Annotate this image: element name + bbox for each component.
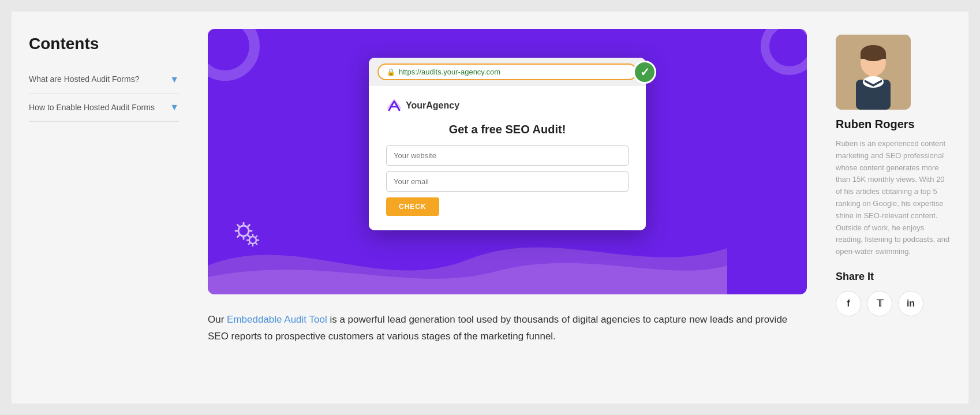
page-wrapper: Contents What are Hosted Audit Forms? ▼ … bbox=[12, 12, 968, 403]
decorative-circle-right bbox=[761, 29, 807, 75]
twitter-icon: 𝕋 bbox=[877, 298, 883, 309]
left-sidebar: Contents What are Hosted Audit Forms? ▼ … bbox=[23, 29, 190, 386]
agency-logo: YourAgency bbox=[386, 98, 629, 114]
facebook-icon: f bbox=[847, 298, 850, 309]
sidebar-item-2[interactable]: How to Enable Hosted Audit Forms ▼ bbox=[29, 94, 179, 122]
browser-content: YourAgency Get a free SEO Audit! CHECK bbox=[369, 86, 646, 230]
share-linkedin-button[interactable]: in bbox=[898, 291, 923, 316]
svg-point-0 bbox=[238, 226, 249, 236]
checkmark-icon: ✓ bbox=[633, 61, 656, 84]
check-button[interactable]: CHECK bbox=[386, 197, 439, 216]
right-sidebar: Ruben Rogers Ruben is an experienced con… bbox=[824, 29, 957, 386]
share-buttons: f 𝕋 in bbox=[836, 291, 951, 316]
svg-rect-5 bbox=[861, 53, 886, 59]
author-avatar-image bbox=[836, 35, 911, 110]
wave-decoration bbox=[208, 219, 727, 294]
sidebar-title: Contents bbox=[29, 35, 179, 53]
body-paragraph: Our Embeddable Audit Tool is a powerful … bbox=[208, 312, 807, 345]
website-input[interactable] bbox=[386, 145, 629, 166]
sidebar-item-1-arrow: ▼ bbox=[170, 74, 179, 85]
sidebar-item-2-arrow: ▼ bbox=[170, 102, 179, 113]
browser-frame: 🔒 https://audits.your-agency.com ✓ YourA… bbox=[369, 58, 646, 230]
author-bio: Ruben is an experienced content marketin… bbox=[836, 138, 951, 258]
linkedin-icon: in bbox=[907, 298, 915, 309]
embeddable-audit-tool-link[interactable]: Embeddable Audit Tool bbox=[227, 314, 327, 325]
hero-banner: 🔒 https://audits.your-agency.com ✓ YourA… bbox=[208, 29, 807, 294]
email-input[interactable] bbox=[386, 171, 629, 192]
author-avatar bbox=[836, 35, 911, 110]
sidebar-item-1-label: What are Hosted Audit Forms? bbox=[29, 74, 165, 85]
browser-address-bar: 🔒 https://audits.your-agency.com ✓ bbox=[369, 58, 646, 86]
agency-name: YourAgency bbox=[406, 100, 459, 111]
share-twitter-button[interactable]: 𝕋 bbox=[867, 291, 892, 316]
gear-icon bbox=[231, 218, 265, 260]
url-bar: 🔒 https://audits.your-agency.com bbox=[377, 63, 637, 80]
decorative-circle-left bbox=[208, 29, 260, 81]
author-name: Ruben Rogers bbox=[836, 118, 951, 131]
svg-point-1 bbox=[249, 237, 256, 244]
agency-logo-icon bbox=[386, 98, 402, 114]
main-content: 🔒 https://audits.your-agency.com ✓ YourA… bbox=[190, 29, 824, 386]
sidebar-item-2-label: How to Enable Hosted Audit Forms bbox=[29, 102, 165, 114]
share-title: Share It bbox=[836, 271, 951, 283]
lock-icon: 🔒 bbox=[387, 68, 395, 76]
audit-form-title: Get a free SEO Audit! bbox=[386, 123, 629, 136]
url-text: https://audits.your-agency.com bbox=[399, 68, 500, 76]
body-text-before-link: Our bbox=[208, 314, 227, 325]
share-facebook-button[interactable]: f bbox=[836, 291, 861, 316]
sidebar-item-1[interactable]: What are Hosted Audit Forms? ▼ bbox=[29, 66, 179, 94]
